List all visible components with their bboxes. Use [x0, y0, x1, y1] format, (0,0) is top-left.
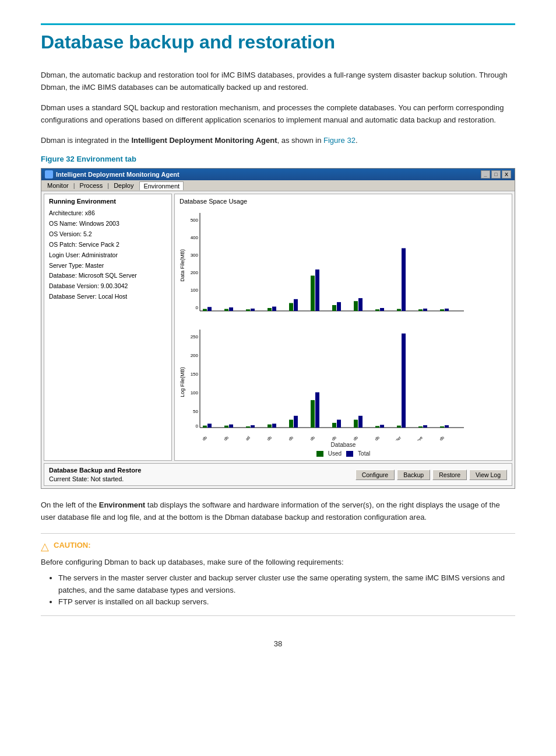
para3-suffix: , as shown in [277, 136, 324, 145]
bar-syslog-total [380, 308, 384, 311]
app-title: Intelligent Deployment Monitoring Agent [56, 171, 180, 178]
figure-label: Figure 32 Environment tab [41, 155, 515, 163]
svg-rect-41 [445, 425, 449, 428]
svg-text:250: 250 [191, 334, 199, 340]
svg-rect-32 [354, 420, 358, 428]
bar-report-used [332, 305, 336, 311]
bar-unbaslave-used [418, 310, 423, 312]
caution-box: △ CAUTION: Before configuring Dbman to b… [41, 533, 515, 616]
svg-text:Data File(MB): Data File(MB) [180, 250, 185, 282]
bar-acim-total [207, 307, 212, 312]
close-button[interactable]: X [502, 170, 511, 178]
svg-rect-33 [358, 416, 363, 428]
bar-atl-total [251, 309, 255, 311]
bottom-left-section: Database Backup and Restore Current Stat… [49, 467, 141, 482]
maximize-button[interactable]: □ [491, 170, 501, 178]
minimize-button[interactable]: _ [481, 170, 490, 178]
app-icon [45, 170, 53, 178]
page-number: 38 [41, 639, 515, 648]
svg-rect-27 [294, 416, 298, 428]
para3-prefix: Dbman is integrated in the [41, 136, 131, 145]
post-text1: On the left of the [41, 501, 99, 509]
svg-rect-30 [332, 423, 336, 428]
bar-acim-used [203, 309, 207, 311]
para3-link[interactable]: Figure 32 [323, 136, 356, 145]
win-controls: _ □ X [481, 170, 511, 178]
svg-rect-28 [311, 400, 315, 428]
post-bold: Environment [99, 501, 145, 509]
svg-rect-29 [315, 393, 319, 428]
body-para2: Dbman uses a standard SQL backup and res… [41, 102, 515, 127]
svg-text:syslog_db: syslog_db [364, 436, 381, 441]
svg-rect-34 [375, 426, 379, 428]
svg-rect-24 [268, 425, 272, 428]
bar-vlanm-used [440, 310, 444, 312]
bar-config-used [224, 309, 228, 311]
svg-text:100: 100 [191, 288, 199, 293]
svg-rect-23 [251, 425, 255, 428]
svg-text:vlanm_db: vlanm_db [430, 436, 445, 441]
svg-text:200: 200 [191, 270, 199, 275]
menu-process[interactable]: Process [76, 181, 107, 190]
log-file-chart: Log File(MB) 250 200 150 100 50 0 [180, 324, 465, 440]
svg-text:report_db: report_db [322, 436, 337, 441]
svg-rect-25 [272, 424, 276, 428]
bar-unbamaster-used [397, 309, 401, 311]
env-servertype: Server Type: Master [49, 261, 167, 271]
svg-text:150: 150 [191, 372, 199, 377]
bar-config-total [229, 307, 233, 311]
svg-text:Log File(MB): Log File(MB) [180, 368, 185, 398]
svg-rect-18 [203, 426, 207, 428]
menu-monitor[interactable]: Monitor [44, 181, 72, 190]
chart-title: Database Space Usage [180, 198, 507, 205]
top-border [41, 23, 515, 25]
menu-deploy[interactable]: Deploy [110, 181, 137, 190]
svg-rect-37 [402, 334, 406, 428]
env-database: Database: Microsoft SQL Server [49, 271, 167, 281]
env-dbserver: Database Server: Local Host [49, 292, 167, 302]
svg-text:100: 100 [191, 390, 199, 396]
svg-rect-20 [224, 426, 228, 428]
viewlog-button[interactable]: View Log [469, 470, 507, 480]
svg-text:config_db: config_db [214, 436, 230, 441]
body-para1: Dbman, the automatic backup and restorat… [41, 69, 515, 94]
svg-text:acim_db: acim_db [194, 436, 208, 441]
body-para3: Dbman is integrated in the Intelligent D… [41, 135, 515, 147]
env-osversion: OS Version: 5.2 [49, 229, 167, 240]
left-panel-title: Running Environment [49, 198, 167, 205]
svg-rect-22 [246, 426, 250, 428]
bar-monitor-used [289, 303, 293, 312]
bar-syslog-used [375, 310, 379, 312]
bar-vlanm-total [445, 309, 449, 311]
backup-button[interactable]: Backup [397, 470, 430, 480]
svg-text:300: 300 [191, 253, 199, 258]
svg-text:perf_db: perf_db [302, 436, 316, 441]
svg-text:500: 500 [191, 218, 199, 223]
env-ospatch: OS Patch: Service Pack 2 [49, 240, 167, 250]
para3-end: . [356, 136, 358, 145]
svg-text:reportplat_db: reportplat_db [339, 436, 359, 441]
restore-button[interactable]: Restore [432, 470, 467, 480]
used-swatch [316, 451, 323, 457]
caution-list: The servers in the master server cluster… [41, 572, 515, 608]
bar-icc-total [272, 307, 276, 311]
caution-title: CAUTION: [54, 541, 91, 550]
svg-text:50: 50 [193, 409, 198, 414]
chart-legend: Used Total [180, 450, 507, 457]
svg-rect-36 [397, 426, 401, 428]
caution-header: △ CAUTION: [41, 541, 515, 552]
svg-rect-31 [337, 420, 341, 428]
svg-text:atl: atl [245, 435, 251, 440]
bottom-row: Database Backup and Restore Current Stat… [49, 467, 507, 482]
bar-perf-used [311, 276, 315, 312]
caution-bullet-1: The servers in the master server cluster… [58, 572, 515, 597]
caution-bullet-2: FTP server is installed on all backup se… [58, 596, 515, 608]
para3-bold: Intelligent Deployment Monitoring Agent [131, 136, 277, 145]
menu-environment[interactable]: Environment [139, 181, 184, 190]
bar-perf-total [315, 270, 319, 311]
configure-button[interactable]: Configure [356, 470, 395, 480]
app-titlebar: Intelligent Deployment Monitoring Agent … [41, 169, 515, 180]
caution-intro: Before configuring Dbman to back up data… [41, 556, 515, 569]
legend-used-label: Used [328, 450, 342, 457]
backup-section-title: Database Backup and Restore [49, 467, 141, 474]
